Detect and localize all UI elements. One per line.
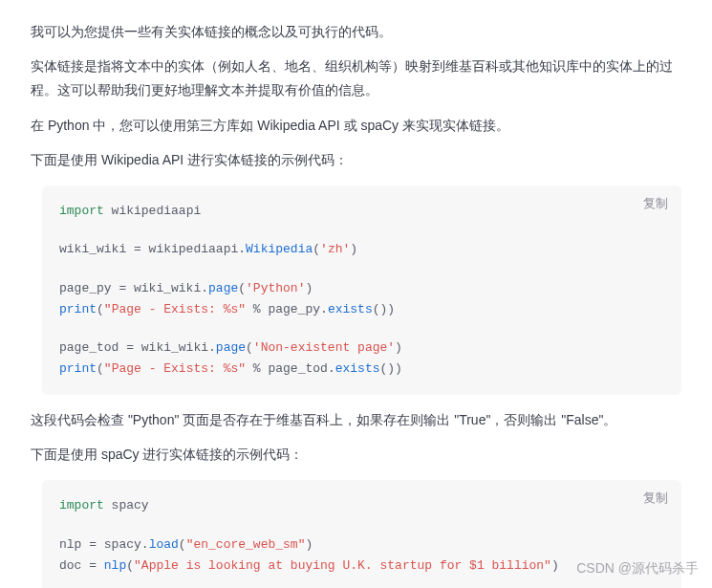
code-block-wikipedia: 复制 import wikipediaapi wiki_wiki = wikip… xyxy=(42,185,681,395)
code-line: print("Page - Exists: %s" % page_tod.exi… xyxy=(59,359,664,380)
copy-button[interactable]: 复制 xyxy=(643,195,668,212)
code-line: doc = nlp("Apple is looking at buying U.… xyxy=(59,555,664,577)
paragraph-intro: 我可以为您提供一些有关实体链接的概念以及可执行的代码。 xyxy=(31,20,681,44)
watermark: CSDN @源代码杀手 xyxy=(576,556,699,580)
paragraph-code1-explain: 这段代码会检查 "Python" 页面是否存在于维基百科上，如果存在则输出 "T… xyxy=(31,408,681,432)
paragraph-code1-lead: 下面是使用 Wikipedia API 进行实体链接的示例代码： xyxy=(31,148,681,172)
code-line: page_tod = wiki_wiki.page('Non-existent … xyxy=(59,338,664,359)
paragraph-code2-lead: 下面是使用 spaCy 进行实体链接的示例代码： xyxy=(31,443,681,467)
code-line: page_py = wiki_wiki.page('Python') xyxy=(59,278,664,299)
code-line: wiki_wiki = wikipediaapi.Wikipedia('zh') xyxy=(59,239,664,260)
code-line: import spacy xyxy=(59,495,664,516)
paragraph-libs: 在 Python 中，您可以使用第三方库如 Wikipedia API 或 sp… xyxy=(31,114,681,138)
code-blank-line xyxy=(59,320,664,338)
code-blank-line xyxy=(59,222,664,239)
code-line: print("Page - Exists: %s" % page_py.exis… xyxy=(59,299,664,320)
code-blank-line xyxy=(59,260,664,277)
code-blank-line xyxy=(59,517,664,534)
code-blank-line xyxy=(59,577,664,588)
copy-button[interactable]: 复制 xyxy=(643,490,668,507)
code-line: import wikipediaapi xyxy=(59,201,664,222)
code-line: nlp = spacy.load("en_core_web_sm") xyxy=(59,534,664,555)
paragraph-explain: 实体链接是指将文本中的实体（例如人名、地名、组织机构等）映射到维基百科或其他知识… xyxy=(31,54,681,102)
